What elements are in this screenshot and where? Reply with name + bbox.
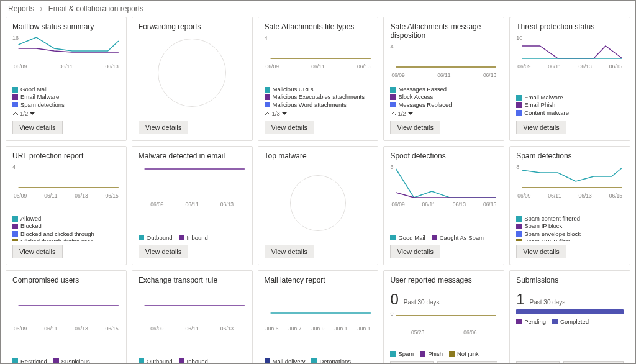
chart: 06/0906/1106/13 — [139, 163, 246, 229]
view-details-button[interactable]: View details — [390, 121, 440, 134]
chart: 4 06/0906/1106/13 — [265, 34, 372, 83]
card-safe-attachments-file-types[interactable]: Safe Attachments file types 4 06/0906/11… — [258, 17, 379, 141]
view-details-button[interactable]: View details — [516, 361, 560, 364]
metric: 0 Past 30 days — [390, 291, 497, 308]
x-axis: 06/0906/1106/1306/15 — [390, 201, 497, 207]
view-details-button[interactable]: View details — [139, 121, 189, 134]
legend: Allowed Blocked Blocked and clicked thro… — [12, 215, 120, 241]
chart: Jun 6Jun 7Jun 9Jun 1Jun 1 — [265, 287, 372, 353]
x-axis: Jun 6Jun 7Jun 9Jun 1Jun 1 — [265, 325, 372, 332]
legend: Restricted Suspicious — [12, 358, 120, 364]
y-axis-max: 0 — [390, 311, 393, 317]
breadcrumb: Reports › Email & collaboration reports — [1, 1, 635, 17]
card-title: Top malware — [265, 152, 372, 160]
legend-pager[interactable]: 1/2 — [390, 110, 497, 117]
view-details-button[interactable]: View details — [265, 121, 315, 134]
card-spam-detections[interactable]: Spam detections 8 06/0906/1106/1306/15 S… — [509, 146, 630, 265]
chart: 06/0906/1106/13 — [139, 287, 246, 353]
legend: Outbound Inbound — [139, 358, 246, 364]
chart: 0 05/2306/06 — [390, 309, 497, 347]
metric: 1 Past 30 days — [516, 291, 624, 308]
legend: Good Mail Email Malware Spam detections — [12, 86, 120, 109]
x-axis: 06/0906/1106/13 — [12, 63, 120, 70]
metric-period: Past 30 days — [530, 299, 566, 306]
card-mailflow-status[interactable]: Mailflow status summary 16 06/0906/1106/… — [6, 17, 127, 141]
chevron-down-icon — [29, 111, 35, 117]
chart: 4 06/0906/1106/1306/15 — [12, 163, 120, 212]
y-axis-max: 16 — [12, 35, 19, 41]
legend-pager[interactable]: 1/3 — [265, 110, 372, 117]
x-axis: 06/0906/1106/1306/15 — [516, 193, 624, 199]
metric-period: Past 30 days — [404, 299, 440, 306]
chart: 16 06/0906/1106/13 — [12, 34, 120, 83]
chevron-down-icon — [407, 111, 414, 117]
view-details-button[interactable]: View details — [390, 361, 434, 364]
go-to-submissions-button[interactable]: Go to Submissions — [437, 361, 497, 364]
legend: Good Mail Caught As Spam — [390, 234, 497, 241]
y-axis-max: 8 — [516, 164, 519, 170]
breadcrumb-root[interactable]: Reports — [8, 4, 34, 13]
card-exchange-transport-rule[interactable]: Exchange transport rule 06/0906/1106/13 … — [132, 270, 253, 364]
legend-pager[interactable]: 1/2 — [12, 110, 120, 117]
card-title: Forwarding reports — [139, 22, 246, 31]
card-mail-latency[interactable]: Mail latency report Jun 6Jun 7Jun 9Jun 1… — [258, 270, 379, 364]
card-submissions[interactable]: Submissions 1 Past 30 days Pending Compl… — [509, 270, 630, 364]
view-details-button[interactable]: View details — [12, 121, 63, 134]
chevron-up-icon — [390, 111, 396, 117]
legend: Outbound Inbound — [139, 234, 246, 241]
card-title: User reported messages — [390, 276, 497, 284]
y-axis-max: 4 — [12, 164, 16, 170]
x-axis: 06/0906/1106/1306/15 — [12, 193, 120, 199]
card-title: Malware detected in email — [139, 152, 246, 160]
view-details-button[interactable]: View details — [12, 245, 63, 258]
card-title: URL protection report — [12, 152, 120, 160]
chevron-down-icon — [281, 111, 288, 117]
card-compromised-users[interactable]: Compromised users 06/0906/1106/1306/15 R… — [6, 270, 127, 364]
progress-bar — [516, 309, 624, 314]
legend: Pending Completed — [516, 318, 624, 325]
card-user-reported-messages[interactable]: User reported messages 0 Past 30 days 0 … — [383, 270, 504, 364]
legend: Email Malware Email Phish Content malwar… — [516, 94, 624, 117]
legend: Spam content filtered Spam IP block Spam… — [516, 215, 624, 241]
card-url-protection[interactable]: URL protection report 4 06/0906/1106/130… — [6, 146, 127, 265]
legend: Malicious URLs Malicious Executables att… — [265, 86, 372, 109]
chart: 06/0906/1106/1306/15 — [12, 287, 120, 353]
view-details-button[interactable]: View details — [265, 245, 315, 258]
chevron-up-icon — [12, 111, 19, 117]
view-details-button[interactable]: View details — [516, 121, 566, 134]
chart: 6 06/0906/1106/1306/15 — [390, 163, 497, 229]
go-to-submissions-button[interactable]: Go to Submissions — [563, 361, 624, 364]
card-forwarding-reports[interactable]: Forwarding reports View details — [132, 17, 253, 141]
y-axis-max: 4 — [265, 35, 268, 41]
card-title: Safe Attachments message disposition — [390, 22, 497, 40]
x-axis: 06/0906/1106/13 — [139, 201, 246, 207]
card-title: Safe Attachments file types — [265, 22, 372, 31]
x-axis: 06/0906/1106/13 — [139, 325, 246, 332]
card-top-malware[interactable]: Top malware View details — [258, 146, 379, 265]
x-axis: 05/2306/06 — [390, 329, 497, 335]
card-title: Mail latency report — [265, 276, 372, 284]
metric-value: 0 — [390, 291, 398, 308]
donut-chart-empty — [158, 39, 226, 107]
legend: Mail delivery Detonations — [265, 358, 372, 364]
chart: 10 06/0906/1106/1306/15 — [516, 34, 624, 91]
card-malware-detected[interactable]: Malware detected in email 06/0906/1106/1… — [132, 146, 253, 265]
card-safe-attachments-disposition[interactable]: Safe Attachments message disposition 4 0… — [383, 17, 504, 141]
legend: Spam Phish Not junk — [390, 350, 497, 357]
reports-page: Reports › Email & collaboration reports … — [0, 0, 636, 364]
card-title: Spam detections — [516, 152, 624, 160]
x-axis: 06/0906/1106/1306/15 — [12, 325, 120, 332]
card-title: Mailflow status summary — [12, 22, 120, 31]
chevron-up-icon — [265, 111, 271, 117]
y-axis-max: 10 — [516, 35, 522, 41]
chart: 8 06/0906/1106/1306/15 — [516, 163, 624, 212]
y-axis-max: 6 — [390, 164, 393, 170]
y-axis-max: 4 — [390, 43, 393, 50]
view-details-button[interactable]: View details — [390, 245, 440, 258]
card-title: Spoof detections — [390, 152, 497, 160]
view-details-button[interactable]: View details — [139, 245, 189, 258]
legend: Messages Passed Block Access Messages Re… — [390, 86, 497, 109]
view-details-button[interactable]: View details — [516, 245, 566, 258]
card-threat-protection-status[interactable]: Threat protection status 10 06/0906/1106… — [509, 17, 630, 141]
card-spoof-detections[interactable]: Spoof detections 6 06/0906/1106/1306/15 … — [383, 146, 504, 265]
